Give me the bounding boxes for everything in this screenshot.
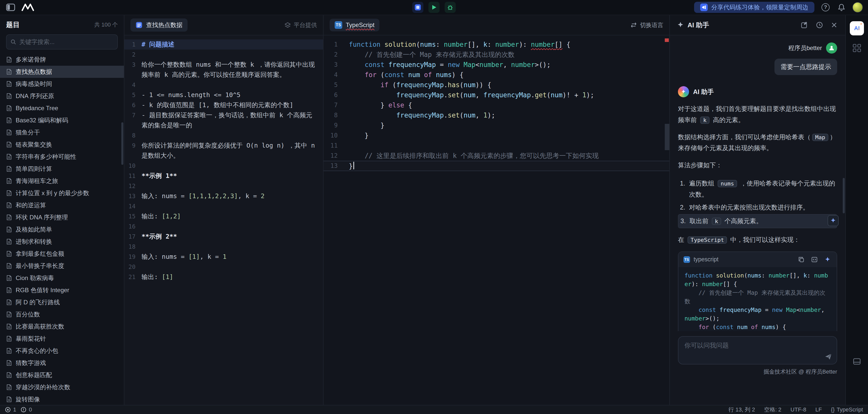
- description-tab[interactable]: 查找热点数据: [130, 19, 188, 32]
- apps-activity-button[interactable]: [852, 43, 861, 53]
- sidebar-item[interactable]: 最小替换子串长度: [0, 260, 124, 272]
- sidebar-item[interactable]: 字符串有多少种可能性: [0, 151, 124, 163]
- ai-steps: 1.遍历数组 nums ，使用哈希表记录每个元素出现的次数。2.对哈希表中的元素…: [678, 177, 837, 228]
- sidebar-item[interactable]: 猜数字游戏: [0, 357, 124, 369]
- swap-icon: [630, 22, 637, 28]
- code-text: }: [349, 120, 384, 130]
- sidebar-item[interactable]: 病毒感染时间: [0, 78, 124, 90]
- ai-question-input[interactable]: [678, 337, 837, 364]
- ai-assistant-activity-button[interactable]: AI ✦: [850, 21, 864, 35]
- user-avatar[interactable]: [852, 2, 863, 13]
- sidebar-item[interactable]: 青海湖租车之旅: [0, 175, 124, 187]
- run-button[interactable]: [428, 2, 440, 13]
- notifications-button[interactable]: [837, 2, 846, 12]
- eol-status[interactable]: LF: [815, 406, 822, 413]
- sidebar-item[interactable]: 简单四则计算: [0, 163, 124, 175]
- sidebar-item[interactable]: Base32 编码和解码: [0, 114, 124, 126]
- sidebar-item[interactable]: 查找热点数据: [0, 66, 124, 78]
- editor-body[interactable]: 1function solution(nums: number[], k: nu…: [323, 35, 669, 405]
- close-ai-button[interactable]: [830, 21, 838, 29]
- panel-button[interactable]: [412, 2, 423, 13]
- ai-code-line: // 首先创建一个 Map 来存储元素及其出现的次数: [684, 288, 831, 306]
- description-line: 9你所设计算法的时间复杂度必须优于 O(n log n) ，其中 n 是数组大小…: [124, 140, 323, 161]
- ai-scrollbar[interactable]: [843, 178, 845, 213]
- sidebar-item[interactable]: 穿越沙漠的补给次数: [0, 381, 124, 393]
- document-icon: [6, 178, 12, 184]
- new-chat-button[interactable]: [800, 21, 809, 30]
- sidebar-toggle-button[interactable]: [5, 2, 16, 12]
- sidebar-item[interactable]: Cion 勒索病毒: [0, 272, 124, 284]
- sidebar-item-label: 阿 D 的飞行路线: [16, 298, 60, 306]
- line-number: 3: [124, 60, 142, 80]
- debug-button[interactable]: [445, 2, 456, 13]
- sidebar-item[interactable]: 不再贪心的小包: [0, 345, 124, 357]
- logo: [21, 3, 34, 12]
- sidebar-item[interactable]: 猫鱼分干: [0, 126, 124, 138]
- sidebar-item[interactable]: 计算位置 x 到 y 的最少步数: [0, 187, 124, 199]
- sidebar-item[interactable]: 和的逆运算: [0, 199, 124, 211]
- indent-status[interactable]: 空格: 2: [764, 406, 781, 413]
- ai-header-actions: [800, 21, 838, 30]
- language-status[interactable]: {} TypeScript: [831, 406, 863, 413]
- error-count: 1: [13, 406, 16, 413]
- document-icon: [6, 226, 12, 233]
- encoding-status[interactable]: UTF-8: [790, 406, 806, 413]
- problem-list: 多米诺骨牌查找热点数据病毒感染时间DNA 序列还原Bytedance TreeB…: [0, 54, 124, 405]
- document-icon: [6, 360, 12, 366]
- ai-apply-button[interactable]: [824, 256, 832, 264]
- sidebar-item[interactable]: Bytedance Tree: [0, 102, 124, 114]
- description-text: - 题目数据保证答案唯一，换句话说，数组中前 k 个高频元素的集合是唯一的: [142, 110, 323, 130]
- step-sparkle-button[interactable]: [828, 215, 839, 226]
- sidebar-scrollbar[interactable]: [121, 122, 123, 165]
- sparkle-icon: [825, 257, 831, 263]
- sidebar-item[interactable]: DNA 序列还原: [0, 90, 124, 102]
- sidebar-item[interactable]: 多米诺骨牌: [0, 54, 124, 66]
- description-text: **示例 2**: [142, 231, 323, 242]
- editor-scrollbar[interactable]: [665, 124, 669, 150]
- problems-status[interactable]: 1 0: [5, 406, 32, 413]
- sidebar-item[interactable]: 拿到最多红包金额: [0, 248, 124, 260]
- editor-line: 9 }: [323, 120, 669, 130]
- sidebar-item[interactable]: 及格如此简单: [0, 223, 124, 235]
- history-button[interactable]: [815, 21, 824, 30]
- sidebar-item[interactable]: 进制求和转换: [0, 235, 124, 248]
- sidebar-item[interactable]: 暴雨梨花针: [0, 332, 124, 345]
- sidebar-item[interactable]: 链表聚集交换: [0, 138, 124, 151]
- document-icon: [6, 81, 12, 87]
- sidebar-item[interactable]: RGB 色值转 Integer: [0, 284, 124, 296]
- layout-toggle-button[interactable]: [853, 357, 861, 365]
- editor-tab[interactable]: TS TypeScript: [330, 19, 379, 31]
- assistant-name: AI 助手: [693, 88, 714, 96]
- copy-code-button[interactable]: [797, 256, 805, 264]
- editor-line: 3 const frequencyMap = new Map<number, n…: [323, 60, 669, 70]
- cursor-position-status[interactable]: 行 13, 列 2: [728, 406, 755, 413]
- sidebar-item[interactable]: 旋转图像: [0, 393, 124, 405]
- editor-line: 8 frequencyMap.set(num, 1);: [323, 110, 669, 120]
- document-icon: [6, 56, 12, 63]
- ai-code-line: for (const num of nums) {: [684, 323, 831, 331]
- sidebar-item[interactable]: 百分位数: [0, 308, 124, 320]
- send-button[interactable]: [825, 353, 832, 360]
- line-number: 18: [124, 242, 142, 252]
- sidebar-item[interactable]: 环状 DNA 序列整理: [0, 211, 124, 223]
- ai-paragraph: 算法步骤如下：: [678, 160, 837, 171]
- insert-code-icon: [811, 257, 817, 263]
- sidebar-item[interactable]: 阿 D 的飞行路线: [0, 296, 124, 308]
- document-icon: [6, 93, 12, 99]
- sidebar-item-label: 简单四则计算: [16, 165, 52, 173]
- problem-sidebar: 题目 共 100 个 多米诺骨牌查找热点数据病毒感染时间DNA 序列还原Byte…: [0, 15, 124, 405]
- help-button[interactable]: ?: [820, 2, 831, 12]
- insert-code-button[interactable]: [810, 256, 818, 264]
- step-marker: 2.: [680, 202, 689, 213]
- description-tab-label: 查找热点数据: [146, 21, 183, 29]
- ai-header: AI 助手: [670, 15, 845, 35]
- line-number: 14: [124, 201, 142, 211]
- code-text: // 这里是后续排序和取出前 k 个高频元素的步骤，您可以先思考一下如何实现: [349, 151, 599, 161]
- line-number: 7: [124, 110, 142, 130]
- line-number: 1: [323, 39, 349, 50]
- search-input[interactable]: [19, 38, 113, 45]
- switch-language-button[interactable]: 切换语言: [630, 21, 663, 29]
- sidebar-item[interactable]: 创意标题匹配: [0, 369, 124, 381]
- promo-banner[interactable]: 分享代码练习体验，领限量定制周边: [694, 2, 814, 13]
- sidebar-item[interactable]: 比赛最高获胜次数: [0, 320, 124, 332]
